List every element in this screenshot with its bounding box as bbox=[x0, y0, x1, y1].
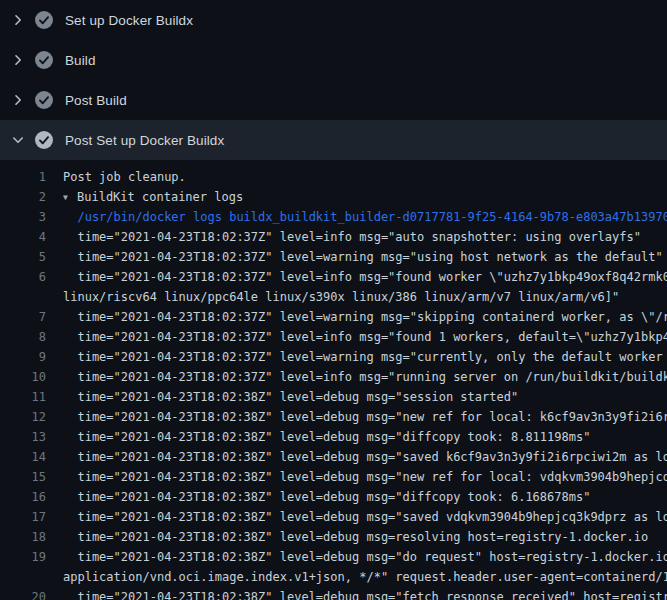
log-line-number[interactable]: 10 bbox=[0, 367, 46, 387]
log-line: 13 time="2021-04-23T18:02:38Z" level=deb… bbox=[0, 427, 667, 447]
step-post-set-up-docker-buildx[interactable]: Post Set up Docker Buildx bbox=[0, 120, 667, 160]
log-line-text: time="2021-04-23T18:02:37Z" level=info m… bbox=[63, 367, 667, 387]
log-line: 8 time="2021-04-23T18:02:37Z" level=info… bbox=[0, 327, 667, 347]
steps-list: Set up Docker Buildx Build Post Build Po… bbox=[0, 0, 667, 160]
log-line: application/vnd.oci.image.index.v1+json,… bbox=[0, 567, 667, 587]
log-line: 2▼BuildKit container logs bbox=[0, 187, 667, 207]
log-line-number[interactable]: 3 bbox=[0, 207, 46, 227]
log-line-text: Post job cleanup. bbox=[63, 167, 186, 187]
chevron-right-icon[interactable] bbox=[10, 12, 26, 28]
log-line-text: time="2021-04-23T18:02:37Z" level=info m… bbox=[63, 327, 667, 347]
log-line-number[interactable]: 16 bbox=[0, 487, 46, 507]
log-line: 18 time="2021-04-23T18:02:38Z" level=deb… bbox=[0, 527, 667, 547]
log-line: 17 time="2021-04-23T18:02:38Z" level=deb… bbox=[0, 507, 667, 527]
log-line-number[interactable]: 18 bbox=[0, 527, 46, 547]
log-line: 1Post job cleanup. bbox=[0, 167, 667, 187]
step-build[interactable]: Build bbox=[0, 40, 667, 80]
chevron-right-icon[interactable] bbox=[10, 92, 26, 108]
log-line-number[interactable]: 14 bbox=[0, 447, 46, 467]
log-line: 14 time="2021-04-23T18:02:38Z" level=deb… bbox=[0, 447, 667, 467]
log-line-text: time="2021-04-23T18:02:38Z" level=debug … bbox=[63, 467, 667, 487]
check-circle-icon bbox=[35, 11, 53, 29]
log-line: 4 time="2021-04-23T18:02:37Z" level=info… bbox=[0, 227, 667, 247]
log-line-number[interactable]: 2 bbox=[0, 187, 46, 207]
log-line-text: time="2021-04-23T18:02:38Z" level=debug … bbox=[63, 507, 667, 527]
step-label: Set up Docker Buildx bbox=[65, 13, 193, 28]
log-line: 5 time="2021-04-23T18:02:37Z" level=warn… bbox=[0, 247, 667, 267]
log-line-number[interactable]: 7 bbox=[0, 307, 46, 327]
log-line-number[interactable]: 20 bbox=[0, 587, 46, 600]
group-caret-icon[interactable]: ▼ bbox=[63, 188, 77, 207]
log-line-text: time="2021-04-23T18:02:38Z" level=debug … bbox=[63, 387, 518, 407]
log-line: 20 time="2021-04-23T18:02:38Z" level=deb… bbox=[0, 587, 667, 600]
log-line-number[interactable]: 8 bbox=[0, 327, 46, 347]
step-label: Build bbox=[65, 53, 96, 68]
log-line-text: time="2021-04-23T18:02:38Z" level=debug … bbox=[63, 427, 590, 447]
log-line-text: time="2021-04-23T18:02:37Z" level=info m… bbox=[63, 267, 667, 287]
log-line-text: time="2021-04-23T18:02:38Z" level=debug … bbox=[63, 527, 648, 547]
log-line: 16 time="2021-04-23T18:02:38Z" level=deb… bbox=[0, 487, 667, 507]
log-line: linux/riscv64 linux/ppc64le linux/s390x … bbox=[0, 287, 667, 307]
log-line-text: time="2021-04-23T18:02:37Z" level=warnin… bbox=[63, 347, 667, 367]
log-line-text: /usr/bin/docker logs buildx_buildkit_bui… bbox=[63, 207, 667, 227]
log-line-number[interactable]: 1 bbox=[0, 167, 46, 187]
log-line-text: time="2021-04-23T18:02:37Z" level=info m… bbox=[63, 227, 641, 247]
log-line-text: time="2021-04-23T18:02:38Z" level=debug … bbox=[63, 447, 667, 467]
log-lines: 1Post job cleanup.2▼BuildKit container l… bbox=[0, 160, 667, 600]
log-line-text: linux/riscv64 linux/ppc64le linux/s390x … bbox=[63, 287, 619, 307]
log-line-number[interactable]: 11 bbox=[0, 387, 46, 407]
log-line-number bbox=[0, 287, 46, 307]
log-line-text: time="2021-04-23T18:02:38Z" level=debug … bbox=[63, 407, 667, 427]
log-line: 7 time="2021-04-23T18:02:37Z" level=warn… bbox=[0, 307, 667, 327]
log-line-number[interactable]: 9 bbox=[0, 347, 46, 367]
log-line-text: time="2021-04-23T18:02:38Z" level=debug … bbox=[63, 547, 667, 567]
log-line: 15 time="2021-04-23T18:02:38Z" level=deb… bbox=[0, 467, 667, 487]
log-line-text: time="2021-04-23T18:02:38Z" level=debug … bbox=[63, 487, 590, 507]
log-line-text[interactable]: ▼BuildKit container logs bbox=[63, 187, 243, 207]
log-line: 11 time="2021-04-23T18:02:38Z" level=deb… bbox=[0, 387, 667, 407]
log-line-number bbox=[0, 567, 46, 587]
log-line-number[interactable]: 12 bbox=[0, 407, 46, 427]
check-circle-icon bbox=[35, 51, 53, 69]
step-set-up-docker-buildx[interactable]: Set up Docker Buildx bbox=[0, 0, 667, 40]
log-line-text: time="2021-04-23T18:02:38Z" level=debug … bbox=[63, 587, 667, 600]
log-line-number[interactable]: 6 bbox=[0, 267, 46, 287]
log-line: 9 time="2021-04-23T18:02:37Z" level=warn… bbox=[0, 347, 667, 367]
log-line-number[interactable]: 15 bbox=[0, 467, 46, 487]
step-label: Post Set up Docker Buildx bbox=[65, 133, 224, 148]
step-post-build[interactable]: Post Build bbox=[0, 80, 667, 120]
log-line-number[interactable]: 19 bbox=[0, 547, 46, 567]
check-circle-icon bbox=[35, 131, 53, 149]
log-line-number[interactable]: 4 bbox=[0, 227, 46, 247]
chevron-right-icon[interactable] bbox=[10, 52, 26, 68]
check-circle-icon bbox=[35, 91, 53, 109]
log-line-number[interactable]: 13 bbox=[0, 427, 46, 447]
chevron-down-icon[interactable] bbox=[10, 132, 26, 148]
log-line: 12 time="2021-04-23T18:02:38Z" level=deb… bbox=[0, 407, 667, 427]
log-line-text: application/vnd.oci.image.index.v1+json,… bbox=[63, 567, 667, 587]
log-line-text: time="2021-04-23T18:02:37Z" level=warnin… bbox=[63, 247, 663, 267]
log-line: 3 /usr/bin/docker logs buildx_buildkit_b… bbox=[0, 207, 667, 227]
log-line-text: time="2021-04-23T18:02:37Z" level=warnin… bbox=[63, 307, 667, 327]
log-line: 6 time="2021-04-23T18:02:37Z" level=info… bbox=[0, 267, 667, 287]
step-label: Post Build bbox=[65, 93, 127, 108]
log-line: 19 time="2021-04-23T18:02:38Z" level=deb… bbox=[0, 547, 667, 567]
log-line: 10 time="2021-04-23T18:02:37Z" level=inf… bbox=[0, 367, 667, 387]
log-line-number[interactable]: 17 bbox=[0, 507, 46, 527]
log-line-number[interactable]: 5 bbox=[0, 247, 46, 267]
